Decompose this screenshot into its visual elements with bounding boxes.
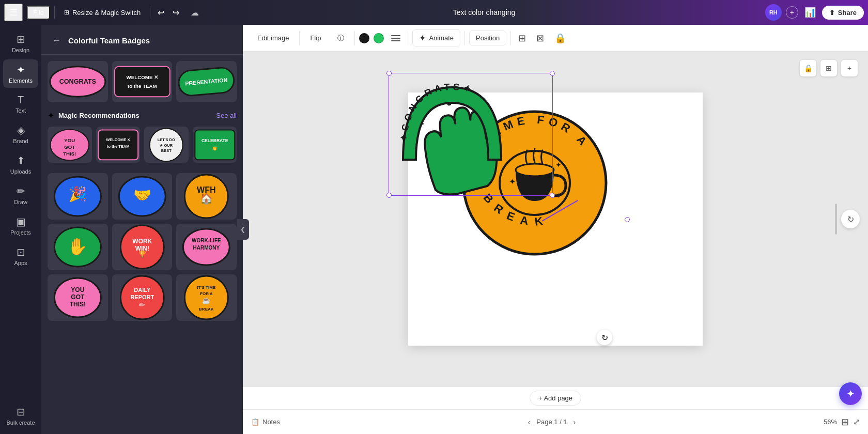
- sidebar-item-text[interactable]: T Text: [3, 90, 38, 118]
- svg-text:WELCOME ✕: WELCOME ✕: [126, 74, 158, 80]
- position-btn[interactable]: Position: [469, 30, 506, 45]
- flip-btn[interactable]: Flip: [304, 31, 327, 45]
- user-avatar[interactable]: RH: [765, 4, 782, 21]
- topbar-right: RH + 📊 ⬆ Share: [765, 4, 864, 21]
- svg-text:🎉: 🎉: [69, 185, 87, 203]
- resize-magic-switch-btn[interactable]: ⊞ Resize & Magic Switch: [59, 7, 146, 19]
- badge-handshake[interactable]: 🤝: [112, 173, 173, 220]
- grid-icon[interactable]: ⊞: [515, 30, 529, 46]
- toolbar-divider-2: [354, 31, 355, 45]
- canvas-grid-btn[interactable]: ⊞: [820, 60, 837, 76]
- badge-wfh[interactable]: WFH 🏠: [176, 173, 237, 220]
- sidebar-item-apps[interactable]: ⊡ Apps: [3, 242, 38, 270]
- rec-celebrate[interactable]: CELEBRATE 👏: [193, 127, 237, 163]
- draw-label: Draw: [14, 199, 27, 205]
- next-page-btn[interactable]: ›: [571, 416, 578, 428]
- rec-you-got-this[interactable]: YOU GOT THIS!: [48, 127, 92, 163]
- bulk-create-icon: ⊟: [17, 406, 25, 418]
- lines-btn[interactable]: [388, 32, 404, 44]
- fullscreen-btn[interactable]: ⤢: [853, 417, 860, 427]
- file-menu-btn[interactable]: File: [27, 6, 50, 20]
- svg-text:GOT: GOT: [64, 144, 75, 149]
- svg-text:✦: ✦: [555, 161, 562, 169]
- svg-text:LET'S DO: LET'S DO: [158, 137, 175, 142]
- badge-you-got-this-2[interactable]: YOU GOT THIS!: [48, 274, 108, 321]
- svg-rect-2: [115, 67, 170, 97]
- notes-btn[interactable]: 📋 Notes: [251, 418, 280, 426]
- rec-lets-do[interactable]: LET'S DO ★ OUR BEST: [144, 127, 189, 163]
- panel-content: CONGRATS WELCOME ✕ to the TEAM: [41, 55, 243, 434]
- add-page-btn[interactable]: + Add page: [530, 391, 581, 406]
- svg-text:CONGRATS: CONGRATS: [59, 78, 96, 85]
- bottom-right: 56% ⊞ ⤢: [824, 416, 860, 428]
- redo-btn[interactable]: ↪: [169, 6, 182, 20]
- document-title[interactable]: Text color changing: [453, 8, 516, 17]
- align-btn[interactable]: ⊠: [533, 30, 547, 46]
- badge-presentation[interactable]: PRESENTATION: [176, 61, 237, 102]
- projects-icon: ▣: [16, 215, 26, 228]
- bottom-center: ‹ Page 1 / 1 ›: [526, 416, 578, 428]
- svg-text:✏: ✏: [139, 301, 145, 309]
- bulk-create-label: Bulk create: [6, 420, 35, 426]
- topbar-divider-2: [150, 6, 150, 19]
- svg-text:BREAK: BREAK: [199, 307, 214, 312]
- badge-work-life[interactable]: WORK-LIFE HARMONY: [176, 224, 237, 270]
- svg-text:🏠: 🏠: [200, 192, 213, 205]
- zoom-level[interactable]: 56%: [824, 418, 837, 426]
- badge-time-break[interactable]: IT'S TIME FOR A ☕ BREAK: [176, 274, 237, 321]
- sidebar-item-uploads[interactable]: ⬆ Uploads: [3, 150, 38, 179]
- add-collaborator-btn[interactable]: +: [786, 6, 798, 19]
- canvas-white[interactable]: IT'S TIME FOR A BREAK: [408, 92, 703, 346]
- rec-grid: YOU GOT THIS! WELCOME ✕ to the TEAM: [48, 127, 237, 163]
- edit-image-btn[interactable]: Edit image: [251, 31, 295, 45]
- view-toggle-btn[interactable]: ⊞: [841, 416, 849, 428]
- prev-page-btn[interactable]: ‹: [526, 416, 533, 428]
- canvas-refresh-btn[interactable]: ↻: [841, 210, 860, 228]
- sidebar-item-elements[interactable]: ✦ Elements: [3, 59, 38, 88]
- stats-btn[interactable]: 📊: [802, 5, 818, 20]
- badge-work-win[interactable]: WORK WIN! 🏆: [112, 224, 173, 270]
- hamburger-btn[interactable]: ☰: [4, 4, 23, 21]
- canvas-scrollbar[interactable]: [835, 204, 837, 235]
- see-all-btn[interactable]: See all: [216, 112, 237, 119]
- canvas-area: 🔒 ⊞ +: [243, 52, 868, 409]
- sparkle-assistant-btn[interactable]: ✦: [839, 382, 862, 405]
- canvas-add-btn[interactable]: +: [841, 60, 858, 76]
- sidebar-item-projects[interactable]: ▣ Projects: [3, 211, 38, 240]
- badge-welcome[interactable]: WELCOME ✕ to the TEAM: [112, 61, 173, 102]
- canvas-lock-btn[interactable]: 🔒: [800, 60, 816, 76]
- animate-btn[interactable]: ✦ Animate: [412, 29, 460, 47]
- sidebar-item-draw[interactable]: ✏ Draw: [3, 181, 38, 209]
- svg-text:🤝: 🤝: [133, 187, 151, 204]
- bottom-bar: 📋 Notes ‹ Page 1 / 1 › 56% ⊞ ⤢: [243, 409, 868, 434]
- share-btn[interactable]: ⬆ Share: [822, 6, 864, 20]
- color-picker-black[interactable]: [359, 33, 369, 43]
- badge-green-hand[interactable]: ✋: [48, 224, 108, 270]
- notes-icon: 📋: [251, 418, 259, 426]
- panel-back-btn[interactable]: ←: [50, 33, 63, 48]
- lock-btn[interactable]: 🔒: [551, 30, 569, 46]
- hide-panel-btn[interactable]: ❮: [237, 219, 249, 240]
- sidebar-item-design[interactable]: ⊞ Design: [3, 29, 38, 57]
- badge-daily-report[interactable]: DAILY REPORT ✏: [112, 274, 173, 321]
- svg-text:HARMONY: HARMONY: [193, 245, 220, 251]
- badge-congrats[interactable]: CONGRATS: [48, 61, 108, 102]
- rotate-btn[interactable]: ↻: [597, 330, 612, 345]
- canvas-section: Edit image Flip ⓘ ✦ Animate Position ⊞ ⊠: [243, 25, 868, 434]
- svg-text:☕: ☕: [203, 296, 211, 305]
- svg-text:FOR A: FOR A: [200, 291, 213, 296]
- svg-text:THIS!: THIS!: [63, 150, 76, 156]
- info-btn[interactable]: ⓘ: [331, 30, 350, 46]
- elements-icon: ✦: [17, 64, 25, 76]
- sidebar-item-brand[interactable]: ◈ Brand: [3, 120, 38, 148]
- sticker-congrats-selected[interactable]: ✦CONGRATS✦: [393, 77, 512, 170]
- sidebar-item-bulk-create[interactable]: ⊟ Bulk create: [3, 401, 38, 430]
- share-label: Share: [838, 9, 857, 17]
- rec-welcome-team[interactable]: WELCOME ✕ to the TEAM: [96, 127, 141, 163]
- topbar-divider-1: [54, 6, 55, 19]
- toolbar-divider-5: [510, 31, 511, 45]
- badge-party-blue[interactable]: 🎉: [48, 173, 108, 220]
- undo-btn[interactable]: ↩: [154, 6, 167, 20]
- color-picker-green[interactable]: [374, 33, 384, 43]
- animate-label: Animate: [429, 34, 454, 42]
